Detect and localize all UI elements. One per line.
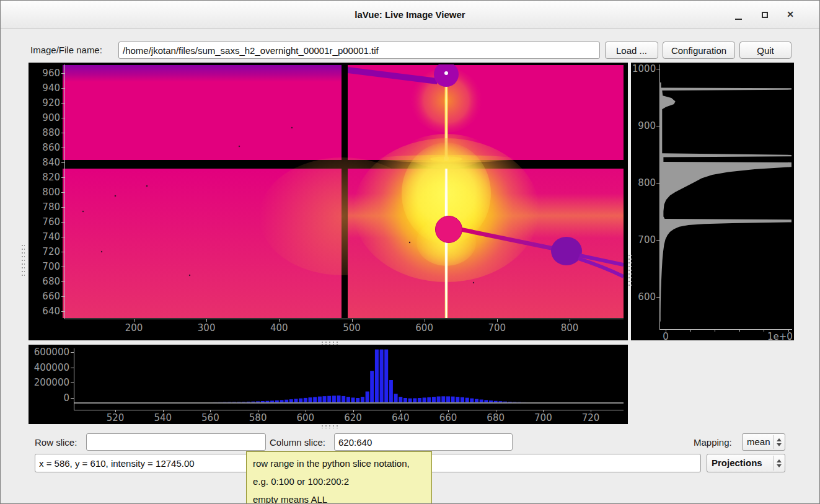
tick-mark <box>425 319 425 322</box>
tick-label: 780 <box>32 201 60 213</box>
tick-mark <box>497 319 498 322</box>
tick-mark <box>61 88 64 89</box>
tick-label: 700 <box>632 234 656 245</box>
file-name-input[interactable] <box>118 42 600 59</box>
left-splitter-handle[interactable] <box>21 244 25 276</box>
tick-mark <box>61 237 64 237</box>
tick-label: 1000 <box>632 63 656 74</box>
column-histogram-plot[interactable]: 6000004000002000000520540560580600620640… <box>29 345 628 424</box>
row-slice-input[interactable] <box>86 433 266 451</box>
tick-mark <box>400 410 401 412</box>
tick-mark <box>496 410 496 412</box>
tick-mark <box>666 329 666 332</box>
tick-mark <box>61 148 64 148</box>
tick-mark <box>543 410 544 412</box>
quit-button[interactable]: Quit <box>739 42 791 59</box>
tick-mark <box>134 319 134 322</box>
right-x-axis <box>659 329 792 330</box>
tick-label: 620 <box>340 412 367 423</box>
tick-mark <box>163 410 164 412</box>
tick-mark <box>715 329 715 332</box>
tick-mark <box>656 240 659 241</box>
tick-mark <box>258 410 258 412</box>
tick-label: 520 <box>102 412 129 423</box>
chevron-up-icon <box>777 438 782 441</box>
histogram-bar <box>380 350 384 403</box>
tick-label: 680 <box>32 276 60 287</box>
tick-mark <box>656 126 659 126</box>
tick-mark <box>61 192 64 193</box>
tooltip-line: empty means ALL <box>253 492 425 504</box>
tick-label: 660 <box>434 412 462 423</box>
tick-label: 640 <box>387 412 414 423</box>
tick-label: 400 <box>263 322 294 334</box>
tick-mark <box>61 296 64 297</box>
histogram-bar <box>370 371 374 403</box>
tick-mark <box>61 281 64 282</box>
tick-label: 200000 <box>29 377 69 388</box>
row-profile-plot[interactable]: 100090080070060001e+0 <box>631 63 794 340</box>
tick-mark <box>61 103 64 104</box>
title-bar: laVue: Live Image Viewer ✕ <box>1 1 819 29</box>
tick-label: 680 <box>482 412 509 423</box>
tick-mark <box>61 73 64 74</box>
tick-label: 700 <box>32 261 60 272</box>
tick-mark <box>352 319 353 322</box>
bottom-histogram-splitter-handle[interactable] <box>320 425 340 428</box>
load-button[interactable]: Load ... <box>605 42 658 59</box>
tick-mark <box>656 183 659 183</box>
projections-label: Projections <box>712 454 762 472</box>
tick-mark <box>61 118 64 118</box>
tick-mark <box>206 319 207 322</box>
tick-mark <box>279 319 280 322</box>
tooltip-line: e.g. 0:100 or 100:200:2 <box>253 474 425 492</box>
main-y-axis <box>64 64 65 319</box>
tick-mark <box>739 329 740 332</box>
chevron-down-icon <box>777 443 782 446</box>
tick-label: 820 <box>32 172 60 183</box>
panel-splitter-handle[interactable] <box>628 254 632 286</box>
file-name-label: Image/File name: <box>30 45 102 55</box>
tick-mark <box>61 177 64 178</box>
column-slice-input[interactable] <box>334 433 513 451</box>
mapping-combobox[interactable]: mean <box>742 433 785 451</box>
tick-mark <box>71 352 74 353</box>
tick-label: 860 <box>32 142 60 153</box>
projections-button[interactable]: Projections <box>707 454 785 472</box>
maximize-button[interactable] <box>757 1 773 29</box>
tick-label: 1e+0 <box>767 331 793 340</box>
tick-mark <box>656 69 659 69</box>
tick-label: 800 <box>632 177 656 188</box>
tick-label: 600000 <box>29 347 69 358</box>
tick-mark <box>71 398 74 399</box>
zero-intensity-line <box>74 402 624 404</box>
tick-label: 940 <box>32 82 60 94</box>
histogram-bar <box>375 350 379 403</box>
detector-image-plot[interactable]: 9609409209008808608408208007807607407207… <box>29 63 628 340</box>
minimize-button[interactable] <box>731 1 747 29</box>
maximize-icon <box>762 12 768 18</box>
configuration-button[interactable]: Configuration <box>663 42 735 59</box>
close-button[interactable]: ✕ <box>782 1 798 29</box>
tick-label: 500 <box>337 322 368 334</box>
top-histogram-splitter-handle[interactable] <box>320 341 340 345</box>
tick-label: 800 <box>32 187 60 198</box>
tick-label: 600 <box>409 322 440 334</box>
tick-mark <box>306 410 306 412</box>
tick-label: 900 <box>32 112 60 123</box>
tick-label: 920 <box>32 97 60 108</box>
detector-image <box>63 64 624 318</box>
chevron-up-icon <box>777 459 782 462</box>
tick-mark <box>61 311 64 312</box>
tick-label: 800 <box>554 322 585 334</box>
tick-mark <box>61 252 64 252</box>
tick-label: 300 <box>191 322 222 334</box>
chevron-down-icon <box>777 464 782 467</box>
tick-mark <box>61 207 64 208</box>
tick-label: 700 <box>482 322 513 334</box>
tick-label: 600 <box>632 291 656 303</box>
tick-label: 200 <box>118 322 149 334</box>
tick-label: 840 <box>32 157 60 168</box>
tick-label: 720 <box>577 412 604 423</box>
tick-mark <box>570 319 570 322</box>
